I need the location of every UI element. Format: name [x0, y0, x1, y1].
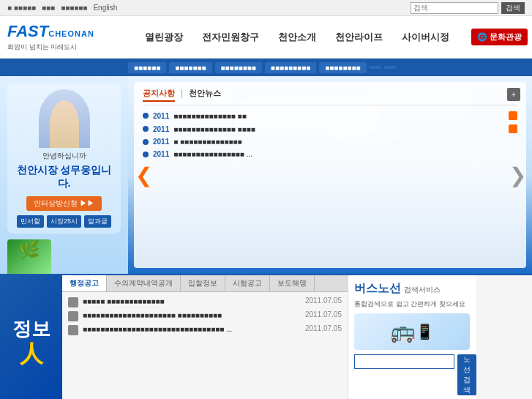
news-year-3: 2011 — [153, 150, 169, 158]
info-tabs: 행정공고 수의계약내역공개 입찰정보 시험공고 보도해명 — [62, 275, 348, 292]
mayor-link-1[interactable]: 시장25시 — [47, 215, 81, 228]
news-icon-1 — [509, 124, 517, 133]
bus-title-row: 버스노선 검색서비스 — [354, 281, 470, 297]
bus-image: 🚌 📱 — [354, 313, 470, 350]
next-arrow[interactable]: ❯ — [509, 163, 526, 187]
nav-item-0[interactable]: 열린광장 — [139, 31, 189, 44]
info-item-date-2: 2011.07.05 — [305, 324, 342, 332]
mayor-greeting: 안녕하십니까 — [13, 151, 115, 161]
news-year-2: 2011 — [153, 138, 169, 146]
news-bullet-3 — [143, 152, 149, 157]
logo[interactable]: FAST CHEONAN — [7, 22, 94, 41]
news-tab-1[interactable]: 천안뉴스 — [189, 88, 221, 102]
nav-item-1[interactable]: 전자민원창구 — [196, 31, 265, 44]
news-text-0[interactable]: ■■■■■■■■■■■■■■ ■■ — [173, 112, 504, 120]
sub-nav-3[interactable]: ■■■■■■■■■ — [265, 62, 316, 73]
more-button[interactable]: + — [507, 88, 520, 101]
news-nav: + — [507, 88, 520, 101]
news-item-1: 2011 ■■■■■■■■■■■■■■ ■■■■ — [143, 124, 517, 133]
news-text-2[interactable]: ■ ■■■■■■■■■■■■■■ — [173, 138, 517, 146]
plant-icon: 🌿 — [7, 239, 51, 260]
mayor-figure-body — [50, 100, 79, 148]
nav-item-2[interactable]: 천안소개 — [272, 31, 322, 44]
top-bar-link-2[interactable]: ■■■ — [42, 4, 55, 12]
sub-nav-0[interactable]: ■■■■■■ — [128, 62, 166, 73]
mayor-photo — [39, 89, 90, 148]
mayor-link-0[interactable]: 민서할 — [17, 215, 44, 228]
bus-search-button[interactable]: 노선검색 — [457, 354, 476, 395]
nav-item-4[interactable]: 사이버시정 — [396, 31, 455, 44]
news-text-3[interactable]: ■■■■■■■■■■■■■■■■ ... — [173, 150, 517, 158]
info-item-icon-1 — [68, 311, 78, 321]
bus-title: 버스노선 — [354, 281, 401, 297]
info-person-char: 人 — [20, 338, 43, 370]
news-tabs: 공지사항 | 천안뉴스 + — [143, 88, 517, 105]
sub-nav-6[interactable] — [384, 66, 396, 69]
greeting-text: 안녕하십니까 — [42, 152, 86, 160]
bus-subtitle: 검색서비스 — [404, 285, 441, 295]
info-tab-4[interactable]: 보도해명 — [270, 275, 315, 291]
mayor-links: 민서할 시장25시 말과글 — [13, 215, 115, 228]
nav-item-3[interactable]: 천안라이프 — [329, 31, 389, 44]
news-year-1: 2011 — [153, 125, 169, 133]
mayor-section: 안녕하십니까 천안시장 성무웅입니다. 인터상방신청 ▶▶ 민서할 시장25시 … — [7, 83, 121, 234]
bus-search-input[interactable] — [354, 354, 454, 369]
info-left-label: 정보 人 — [0, 275, 62, 399]
top-bar: ■ ■■■■■ ■■■ ■■■■■■ English 검색 — [0, 0, 532, 16]
info-item-icon-0 — [68, 297, 78, 307]
info-item-date-0: 2011.07.05 — [305, 297, 342, 305]
header: FAST CHEONAN 희망이 넘치는 미래도시 열린광장 전자민원창구 천안… — [0, 16, 532, 59]
logo-subtitle: 희망이 넘치는 미래도시 — [7, 42, 77, 52]
info-tab-2[interactable]: 입찰정보 — [181, 275, 225, 291]
info-korean-char: 정보 — [12, 319, 50, 338]
info-item-date-1: 2011.07.05 — [305, 310, 342, 318]
sub-nav-5[interactable] — [370, 66, 381, 69]
news-bullet-2 — [143, 139, 149, 145]
prev-arrow[interactable]: ❮ — [135, 163, 152, 187]
news-bullet-0 — [143, 113, 149, 119]
info-tab-0[interactable]: 행정공고 — [62, 275, 107, 291]
news-text-1[interactable]: ■■■■■■■■■■■■■■ ■■■■ — [173, 125, 504, 133]
top-bar-link-1[interactable]: ■ ■■■■■ — [7, 4, 36, 12]
culture-btn-label: 문화관광 — [490, 31, 522, 42]
logo-area: FAST CHEONAN 희망이 넘치는 미래도시 — [0, 22, 128, 52]
sub-nav-4[interactable]: ■■■■■■■■ — [319, 62, 366, 73]
top-search-input[interactable] — [411, 2, 498, 14]
top-search-button[interactable]: 검색 — [501, 2, 525, 14]
bus-desc: 통합검색으로 쉽고 간편하게 찾으세요 — [354, 299, 470, 309]
info-tabs-panel: 행정공고 수의계약내역공개 입찰정보 시험공고 보도해명 ■■■■■ ■■■■■… — [62, 275, 348, 399]
info-item-text-1[interactable]: ■■■■■■■■■■■■■■■■■■■■■ ■■■■■■■■■■ — [83, 310, 301, 321]
mayor-link-2[interactable]: 말과글 — [84, 215, 111, 228]
info-item-2: ■■■■■■■■■■■■■■■■■■■■■■■■■■■■■■■■ ... 201… — [68, 324, 342, 335]
bus-search-row: 노선검색 — [354, 354, 470, 395]
globe-icon: 🌐 — [477, 32, 487, 42]
info-item-text-2[interactable]: ■■■■■■■■■■■■■■■■■■■■■■■■■■■■■■■■ ... — [83, 324, 301, 335]
logo-fast-text: FAST — [7, 22, 48, 41]
sub-nav-2[interactable]: ■■■■■■■■ — [215, 62, 262, 73]
news-panel: 공지사항 | 천안뉴스 + 2011 ■■■■■■■■■■■■■■ ■■ 201… — [134, 82, 526, 268]
bus-icon: 🚌 — [390, 319, 416, 343]
top-bar-links: ■ ■■■■■ ■■■ ■■■■■■ English — [7, 4, 117, 12]
sub-nav-1[interactable]: ■■■■■■■ — [169, 62, 211, 73]
info-item-1: ■■■■■■■■■■■■■■■■■■■■■ ■■■■■■■■■■ 2011.07… — [68, 310, 342, 321]
info-tab-3[interactable]: 시험공고 — [225, 275, 270, 291]
news-bullet-1 — [143, 126, 149, 132]
culture-button[interactable]: 🌐 문화관광 — [471, 29, 528, 45]
info-tab-1[interactable]: 수의계약내역공개 — [107, 275, 181, 291]
petition-button[interactable]: 인터상방신청 ▶▶ — [26, 196, 102, 211]
left-panel: 안녕하십니까 천안시장 성무웅입니다. 인터상방신청 ▶▶ 민서할 시장25시 … — [0, 76, 128, 274]
bus-search-panel: 버스노선 검색서비스 통합검색으로 쉽고 간편하게 찾으세요 🚌 📱 노선검색 — [348, 275, 476, 399]
news-item-2: 2011 ■ ■■■■■■■■■■■■■■ — [143, 138, 517, 146]
news-item-0: 2011 ■■■■■■■■■■■■■■ ■■ — [143, 111, 517, 120]
info-items: ■■■■■ ■■■■■■■■■■■■■ 2011.07.05 ■■■■■■■■■… — [62, 292, 348, 399]
logo-cheonan-text: CHEONAN — [48, 29, 94, 38]
info-item-text-0[interactable]: ■■■■■ ■■■■■■■■■■■■■ — [83, 297, 301, 307]
top-bar-link-3[interactable]: ■■■■■■ — [61, 4, 87, 12]
news-tab-sep: | — [181, 88, 183, 102]
news-tab-0[interactable]: 공지사항 — [143, 88, 175, 102]
top-bar-lang[interactable]: English — [93, 4, 117, 12]
plant-image: 🌿 — [7, 239, 51, 274]
main-content: 안녕하십니까 천안시장 성무웅입니다. 인터상방신청 ▶▶ 민서할 시장25시 … — [0, 76, 532, 274]
main-nav: 열린광장 전자민원창구 천안소개 천안라이프 사이버시정 — [128, 31, 466, 44]
news-item-3: 2011 ■■■■■■■■■■■■■■■■ ... — [143, 150, 517, 158]
